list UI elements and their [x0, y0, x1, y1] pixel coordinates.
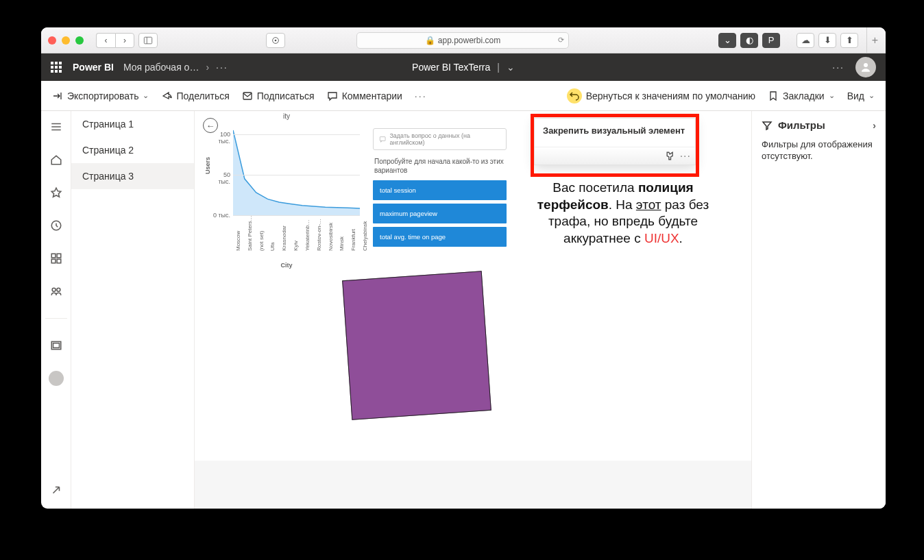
nav-my-workspace-icon[interactable]	[41, 369, 71, 387]
nav-expand-icon[interactable]	[41, 481, 71, 499]
close-window-button[interactable]	[48, 36, 56, 45]
chevron-down-icon: ⌄	[143, 91, 149, 100]
address-text: app.powerbi.com	[438, 36, 500, 45]
share-button[interactable]: Поделиться	[161, 90, 229, 101]
export-label: Экспортировать	[67, 90, 138, 101]
extension-gear-button[interactable]	[266, 33, 285, 48]
cmdbar-more-icon[interactable]: ···	[415, 90, 427, 101]
app-body: Страница 1Страница 2Страница 3 ← ity Use…	[41, 111, 886, 509]
view-label: Вид	[847, 90, 864, 101]
breadcrumb: Моя рабочая о… › ···	[123, 62, 228, 73]
qa-visual[interactable]: Задать вопрос о данных (на английском) П…	[373, 128, 507, 250]
filter-icon	[762, 120, 773, 131]
nav-favorites-icon[interactable]	[41, 184, 71, 202]
maximize-window-button[interactable]	[75, 36, 84, 45]
svg-rect-7	[51, 254, 56, 258]
window-traffic-lights	[48, 36, 84, 45]
qa-suggestion[interactable]: total session	[373, 180, 507, 200]
svg-rect-15	[380, 136, 385, 141]
reset-button[interactable]: Вернуться к значениям по умолчанию	[567, 88, 755, 104]
pocket-icon[interactable]: ⌄	[718, 33, 736, 48]
new-tab-button[interactable]: +	[866, 27, 883, 53]
minimize-window-button[interactable]	[62, 36, 70, 45]
svg-point-3	[275, 39, 277, 41]
chevron-down-icon: ⌄	[507, 62, 515, 73]
joke-text-box: Вас посетила полиция терфейсов. На этот …	[507, 180, 740, 247]
pin-tooltip-card: Закрепить визуальный элемент ···	[534, 118, 696, 165]
bookmarks-label: Закладки	[783, 90, 825, 101]
filters-empty-text: Фильтры для отображения отсутствуют.	[762, 139, 876, 162]
workspace-crumb[interactable]: Моя рабочая о…	[123, 62, 199, 73]
app-launcher-icon[interactable]	[51, 62, 62, 73]
nav-shared-icon[interactable]	[41, 282, 71, 300]
svg-point-4	[864, 63, 868, 67]
downloads-button[interactable]: ⬇	[818, 33, 836, 48]
chevron-down-icon: ⌄	[868, 91, 875, 100]
icon-rail	[41, 111, 71, 509]
qa-suggestion[interactable]: maximum pageview	[373, 204, 507, 223]
svg-rect-9	[51, 259, 56, 263]
pin-icon[interactable]	[666, 151, 676, 161]
svg-point-11	[52, 288, 56, 291]
view-button[interactable]: Вид ⌄	[847, 90, 875, 101]
forward-button[interactable]: ›	[115, 33, 134, 48]
address-bar[interactable]: 🔒 app.powerbi.com ⟳	[356, 32, 569, 49]
visual-hover-toolbar: ···	[535, 147, 695, 165]
report-title-dropdown[interactable]: Power BI TexTerra | ⌄	[412, 62, 515, 73]
users-by-city-chart[interactable]: ity Users 0 тыс.50 тыс.100 тыс. MoscowSa…	[204, 112, 369, 269]
nav-recent-icon[interactable]	[41, 217, 71, 234]
nav-workspaces-icon[interactable]	[41, 337, 71, 354]
nav-menu-icon[interactable]	[41, 118, 71, 136]
lock-icon: 🔒	[425, 36, 435, 45]
page-tab[interactable]: Страница 2	[71, 137, 194, 163]
filters-header[interactable]: Фильтры ›	[762, 119, 876, 131]
canvas-page: ← ity Users 0 тыс.50 тыс.100 тыс. Moscow…	[195, 111, 751, 461]
report-canvas: ← ity Users 0 тыс.50 тыс.100 тыс. Moscow…	[195, 111, 751, 509]
pin-tooltip-title: Закрепить визуальный элемент	[535, 119, 695, 147]
visual-more-icon[interactable]: ···	[680, 150, 691, 162]
icloud-tabs-button[interactable]: ☁︎	[797, 33, 814, 48]
report-title: Power BI TexTerra	[412, 62, 490, 73]
svg-rect-0	[144, 37, 151, 44]
filters-title: Фильтры	[778, 119, 825, 131]
qa-placeholder: Задать вопрос о данных (на английском)	[389, 132, 500, 146]
chevron-right-icon: ›	[873, 119, 876, 131]
page-tab[interactable]: Страница 3	[71, 163, 194, 189]
subscribe-button[interactable]: Подписаться	[242, 90, 315, 101]
extension-icon-1[interactable]: ◐	[740, 33, 758, 48]
safari-window: ‹ › 🔒 app.powerbi.com ⟳ ⌄ ◐ P ☁︎ ⬇ ⬆ +	[41, 27, 886, 509]
qa-input[interactable]: Задать вопрос о данных (на английском)	[373, 128, 507, 150]
purple-shape[interactable]	[342, 271, 491, 420]
share-button[interactable]: ⬆	[840, 33, 858, 48]
command-bar: Экспортировать ⌄ Поделиться Подписаться …	[41, 81, 886, 111]
svg-rect-10	[57, 259, 61, 263]
chart-title-fragment: ity	[283, 112, 290, 120]
app-title[interactable]: Power BI	[73, 62, 114, 73]
reload-icon[interactable]: ⟳	[558, 36, 564, 45]
reset-label: Вернуться к значениям по умолчанию	[586, 90, 755, 101]
share-label: Поделиться	[176, 90, 229, 101]
sidebar-toggle-button[interactable]	[138, 33, 158, 48]
undo-icon	[567, 88, 582, 104]
breadcrumb-more-icon[interactable]: ···	[216, 62, 228, 73]
user-avatar[interactable]	[855, 57, 876, 77]
back-button[interactable]: ‹	[96, 33, 115, 48]
header-more-icon[interactable]: ···	[832, 62, 844, 73]
safari-nav: ‹ ›	[96, 33, 158, 48]
qa-suggestion[interactable]: total avg. time on page	[373, 227, 507, 247]
chevron-down-icon: ⌄	[829, 91, 835, 100]
nav-apps-icon[interactable]	[41, 249, 71, 267]
chevron-right-icon: ›	[206, 62, 209, 73]
comments-label: Комментарии	[342, 90, 402, 101]
bookmarks-button[interactable]: Закладки ⌄	[768, 90, 835, 101]
pinterest-icon[interactable]: P	[762, 33, 780, 48]
qa-hint: Попробуйте для начала какой-то из этих в…	[374, 157, 505, 175]
page-list: Страница 1Страница 2Страница 3	[71, 111, 195, 509]
chart-x-label: City	[280, 262, 292, 269]
comments-button[interactable]: Комментарии	[327, 90, 402, 101]
safari-titlebar: ‹ › 🔒 app.powerbi.com ⟳ ⌄ ◐ P ☁︎ ⬇ ⬆ +	[41, 27, 886, 53]
nav-home-icon[interactable]	[41, 151, 71, 169]
svg-rect-5	[243, 93, 252, 99]
export-button[interactable]: Экспортировать ⌄	[52, 90, 149, 101]
page-tab[interactable]: Страница 1	[71, 111, 194, 137]
